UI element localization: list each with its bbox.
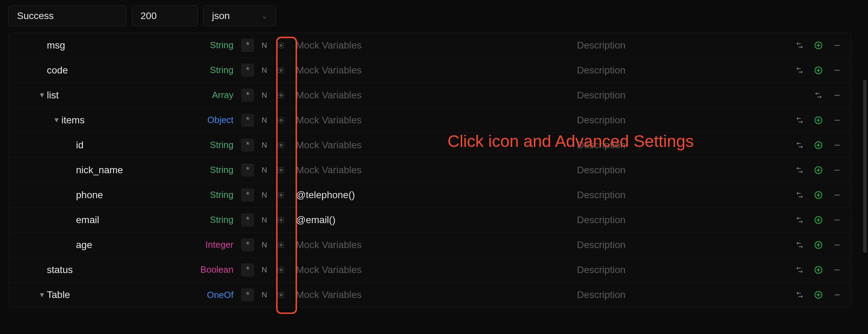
description-input[interactable] (577, 262, 775, 278)
add-icon[interactable] (813, 65, 824, 76)
required-toggle[interactable]: * (241, 64, 254, 77)
remove-icon[interactable] (832, 190, 843, 201)
link-icon[interactable] (794, 115, 805, 126)
nullable-toggle[interactable]: N (258, 64, 271, 77)
mock-input[interactable] (296, 162, 571, 178)
required-toggle[interactable]: * (241, 114, 254, 127)
response-status-input[interactable] (8, 6, 126, 26)
field-type[interactable]: String (210, 140, 233, 150)
remove-icon[interactable] (832, 65, 843, 76)
description-input[interactable] (577, 237, 775, 253)
required-toggle[interactable]: * (241, 164, 254, 177)
required-toggle[interactable]: * (241, 89, 254, 102)
gear-icon[interactable] (274, 114, 288, 127)
required-toggle[interactable]: * (241, 263, 254, 276)
remove-icon[interactable] (832, 40, 843, 51)
link-icon[interactable] (794, 190, 805, 201)
field-name[interactable]: Table (47, 289, 70, 300)
link-icon[interactable] (794, 65, 805, 76)
field-name[interactable]: msg (47, 40, 65, 51)
field-name[interactable]: id (76, 140, 84, 151)
nullable-toggle[interactable]: N (258, 238, 271, 252)
remove-icon[interactable] (832, 90, 843, 101)
expand-caret-icon[interactable]: ▼ (37, 91, 47, 99)
description-input[interactable] (577, 162, 775, 178)
description-input[interactable] (577, 112, 775, 129)
gear-icon[interactable] (274, 263, 288, 276)
remove-icon[interactable] (832, 140, 843, 151)
required-toggle[interactable]: * (241, 188, 254, 202)
gear-icon[interactable] (274, 238, 288, 252)
description-input[interactable] (577, 62, 775, 79)
add-icon[interactable] (813, 140, 824, 151)
expand-caret-icon[interactable]: ▼ (37, 291, 47, 299)
nullable-toggle[interactable]: N (258, 263, 271, 276)
remove-icon[interactable] (832, 165, 843, 176)
remove-icon[interactable] (832, 264, 843, 275)
link-icon[interactable] (794, 264, 805, 275)
nullable-toggle[interactable]: N (258, 139, 271, 152)
gear-icon[interactable] (274, 213, 288, 227)
mock-input[interactable] (296, 37, 571, 54)
link-icon[interactable] (794, 289, 805, 300)
link-icon[interactable] (794, 165, 805, 176)
required-toggle[interactable]: * (241, 288, 254, 301)
link-icon[interactable] (794, 140, 805, 151)
field-name[interactable]: email (76, 214, 99, 226)
response-format-select[interactable]: json ⌄ (203, 6, 276, 26)
remove-icon[interactable] (832, 214, 843, 226)
field-name[interactable]: phone (76, 190, 103, 201)
gear-icon[interactable] (274, 139, 288, 152)
link-icon[interactable] (813, 90, 824, 101)
field-name[interactable]: items (61, 115, 85, 126)
add-icon[interactable] (813, 214, 824, 226)
mock-input[interactable] (296, 137, 571, 153)
link-icon[interactable] (794, 214, 805, 226)
field-type[interactable]: Object (207, 115, 233, 125)
gear-icon[interactable] (274, 288, 288, 301)
field-type[interactable]: Integer (205, 239, 233, 250)
mock-input[interactable] (296, 287, 571, 303)
scrollbar[interactable] (863, 80, 867, 253)
field-type[interactable]: String (210, 165, 233, 175)
field-name[interactable]: code (47, 65, 68, 76)
add-icon[interactable] (813, 190, 824, 201)
link-icon[interactable] (794, 40, 805, 51)
gear-icon[interactable] (274, 39, 288, 52)
nullable-toggle[interactable]: N (258, 89, 271, 102)
field-type[interactable]: Array (212, 90, 233, 100)
field-type[interactable]: OneOf (207, 290, 233, 300)
add-icon[interactable] (813, 40, 824, 51)
add-icon[interactable] (813, 115, 824, 126)
add-icon[interactable] (813, 239, 824, 250)
gear-icon[interactable] (274, 188, 288, 202)
required-toggle[interactable]: * (241, 139, 254, 152)
mock-input[interactable] (296, 212, 571, 228)
field-type[interactable]: Boolean (201, 264, 233, 275)
required-toggle[interactable]: * (241, 213, 254, 227)
gear-icon[interactable] (274, 164, 288, 177)
link-icon[interactable] (794, 239, 805, 250)
add-icon[interactable] (813, 289, 824, 300)
description-input[interactable] (577, 287, 775, 303)
field-type[interactable]: String (210, 65, 233, 76)
remove-icon[interactable] (832, 115, 843, 126)
remove-icon[interactable] (832, 289, 843, 300)
nullable-toggle[interactable]: N (258, 39, 271, 52)
mock-input[interactable] (296, 87, 571, 104)
field-name[interactable]: list (47, 90, 59, 101)
add-icon[interactable] (813, 165, 824, 176)
mock-input[interactable] (296, 112, 571, 129)
response-code-input[interactable] (132, 6, 198, 26)
nullable-toggle[interactable]: N (258, 213, 271, 227)
nullable-toggle[interactable]: N (258, 164, 271, 177)
required-toggle[interactable]: * (241, 39, 254, 52)
description-input[interactable] (577, 87, 775, 104)
mock-input[interactable] (296, 262, 571, 278)
expand-caret-icon[interactable]: ▼ (52, 116, 61, 124)
mock-input[interactable] (296, 187, 571, 203)
mock-input[interactable] (296, 62, 571, 79)
nullable-toggle[interactable]: N (258, 188, 271, 202)
remove-icon[interactable] (832, 239, 843, 250)
description-input[interactable] (577, 37, 775, 54)
